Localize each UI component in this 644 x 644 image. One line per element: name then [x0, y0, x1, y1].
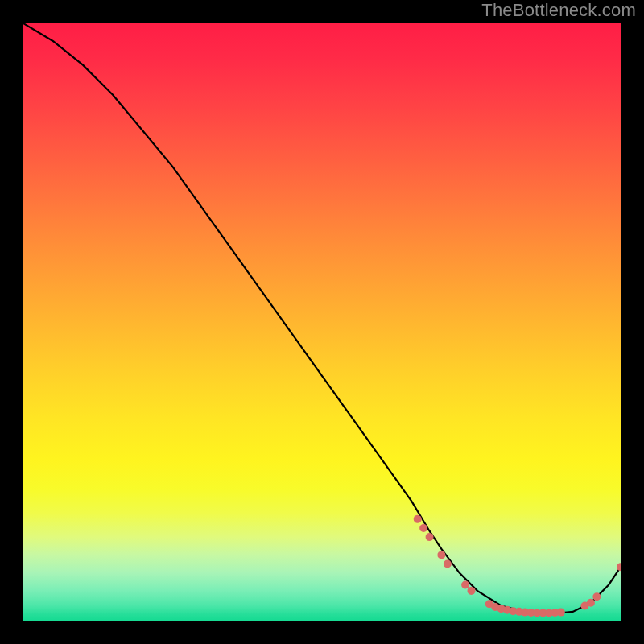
data-marker — [617, 563, 621, 571]
data-marker — [414, 515, 422, 523]
data-marker — [592, 592, 601, 601]
data-marker — [444, 560, 452, 568]
data-marker — [587, 599, 595, 607]
data-marker — [437, 551, 445, 559]
data-marker — [426, 533, 434, 541]
chart-frame: TheBottleneck.com — [0, 0, 644, 644]
data-marker — [461, 580, 469, 588]
data-markers — [414, 515, 621, 617]
curve-line — [23, 23, 621, 613]
data-marker — [468, 587, 476, 595]
watermark-text: TheBottleneck.com — [481, 0, 636, 21]
data-marker — [419, 524, 427, 532]
data-marker — [557, 609, 565, 617]
plot-area — [23, 23, 621, 621]
chart-overlay — [23, 23, 621, 621]
